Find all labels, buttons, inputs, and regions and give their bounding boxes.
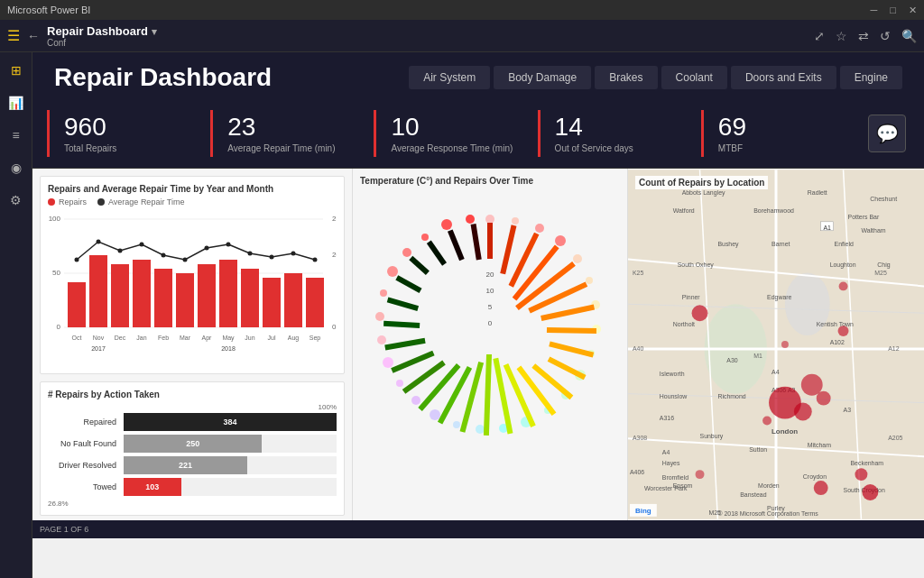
svg-text:Mitcham: Mitcham	[808, 442, 831, 448]
tab-coolant[interactable]: Coolant	[661, 66, 727, 89]
svg-point-30	[270, 254, 274, 259]
legend-label-avg: Average Repair Time	[108, 197, 184, 206]
svg-text:Sutton: Sutton	[749, 446, 767, 453]
svg-rect-84	[548, 356, 587, 380]
svg-text:A4: A4	[662, 449, 670, 455]
svg-point-48	[512, 217, 519, 225]
maximize-button[interactable]: □	[890, 5, 896, 15]
radial-chart-container: 20 10 5 0	[360, 189, 620, 469]
share-icon[interactable]: ⇄	[858, 29, 869, 43]
close-button[interactable]: ✕	[909, 5, 917, 16]
action-bar-container-repaired: 384	[124, 413, 337, 431]
action-chart-title: # Repairs by Action Taken	[48, 390, 337, 399]
svg-text:Chig: Chig	[877, 261, 890, 268]
svg-text:May: May	[222, 335, 235, 342]
kpi-value-1: 23	[227, 114, 359, 142]
svg-rect-12	[133, 260, 151, 327]
svg-text:A4: A4	[772, 369, 780, 375]
svg-text:Borehamwood: Borehamwood	[753, 207, 794, 214]
nav-tabs: Air System Body Damage Brakes Coolant Do…	[409, 66, 902, 89]
svg-text:A316: A316	[660, 415, 674, 421]
svg-text:Jun: Jun	[245, 335, 254, 341]
svg-text:Jul: Jul	[268, 335, 276, 341]
svg-text:Croydon: Croydon	[803, 473, 827, 481]
action-bar-container-towed: 103	[124, 478, 337, 496]
hamburger-icon[interactable]: ☰	[7, 27, 20, 44]
app-title-group: Repair Dashboard ▾ Conf	[47, 24, 807, 48]
tab-brakes[interactable]: Brakes	[595, 66, 657, 89]
svg-rect-98	[395, 275, 421, 293]
svg-point-24	[140, 242, 144, 246]
action-bar-driver: 221	[124, 456, 247, 474]
svg-text:Mar: Mar	[180, 335, 191, 341]
sidebar-icon-format[interactable]: ⚙	[5, 189, 27, 211]
svg-text:Sep: Sep	[310, 335, 321, 342]
svg-text:M25: M25	[874, 270, 887, 276]
svg-text:A406: A406	[630, 469, 644, 475]
svg-text:A102: A102	[830, 339, 845, 345]
refresh-icon[interactable]: ↺	[880, 29, 891, 43]
dashboard-title: Repair Dashboard	[54, 63, 394, 92]
action-bar-nofault: 250	[124, 435, 262, 453]
tab-engine[interactable]: Engine	[840, 66, 902, 89]
svg-text:Isleworth: Isleworth	[660, 371, 685, 377]
svg-text:20: 20	[332, 251, 337, 259]
sidebar: ⊞ 📊 ≡ ◉ ⚙	[0, 52, 32, 578]
svg-point-27	[205, 245, 209, 250]
svg-rect-101	[448, 229, 465, 261]
layout: ⊞ 📊 ≡ ◉ ⚙ Repair Dashboard Air System Bo…	[0, 52, 924, 578]
svg-rect-99	[409, 256, 430, 275]
tab-body-damage[interactable]: Body Damage	[494, 66, 591, 89]
sidebar-icon-table[interactable]: ≡	[5, 124, 27, 146]
svg-point-21	[75, 257, 79, 261]
kpi-avg-response: 10 Average Response Time (min)	[374, 110, 537, 157]
search-icon[interactable]: 🔍	[901, 29, 917, 43]
expand-icon[interactable]: ⤢	[814, 29, 825, 43]
svg-text:Radlett: Radlett	[808, 189, 827, 196]
svg-text:Dec: Dec	[115, 335, 126, 341]
app-title: Repair Dashboard ▾	[47, 24, 807, 38]
tab-air-system[interactable]: Air System	[409, 66, 490, 89]
title-bar-label: Microsoft Power BI	[7, 5, 90, 15]
svg-point-50	[555, 235, 566, 246]
kpi-label-3: Out of Service days	[555, 143, 687, 153]
svg-text:Worcester Park: Worcester Park	[644, 485, 688, 491]
sidebar-icon-chart[interactable]: 📊	[5, 92, 27, 114]
svg-point-25	[162, 252, 166, 257]
map-title: Count of Repairs by Location	[635, 176, 768, 189]
svg-text:A30: A30	[726, 357, 737, 363]
chat-button[interactable]: 💬	[868, 115, 906, 152]
tab-doors-exits[interactable]: Doors and Exits	[731, 66, 836, 89]
svg-point-181	[762, 416, 772, 425]
legend-label-repairs: Repairs	[59, 197, 87, 206]
svg-point-74	[466, 215, 475, 224]
svg-rect-14	[176, 273, 194, 327]
svg-point-29	[248, 251, 253, 255]
svg-text:Morden: Morden	[758, 482, 780, 489]
svg-point-70	[387, 266, 398, 277]
svg-text:Watford: Watford	[673, 207, 695, 214]
app-bar: ☰ ← Repair Dashboard ▾ Conf ⤢ ☆ ⇄ ↺ 🔍	[0, 20, 924, 52]
svg-rect-17	[241, 269, 259, 327]
bottom-pct-label: 26.8%	[48, 500, 69, 508]
bar-chart-svg: 100 50 0 25 20 0	[48, 210, 337, 354]
bookmark-icon[interactable]: ☆	[836, 29, 847, 43]
kpi-out-of-service: 14 Out of Service days	[538, 110, 701, 157]
sidebar-icon-home[interactable]: ⊞	[5, 60, 27, 81]
app-bar-actions: ⤢ ☆ ⇄ ↺ 🔍	[814, 29, 917, 43]
svg-rect-83	[549, 341, 594, 357]
minimize-button[interactable]: ─	[871, 5, 878, 15]
svg-point-72	[421, 234, 429, 241]
svg-text:Aug: Aug	[288, 335, 300, 342]
svg-point-31	[291, 251, 296, 255]
svg-text:Richmond: Richmond	[717, 392, 745, 399]
svg-point-22	[97, 239, 101, 243]
svg-rect-94	[391, 351, 434, 373]
action-bar-repaired: 384	[124, 413, 337, 431]
svg-text:Bing: Bing	[635, 507, 651, 515]
svg-text:Hounslow: Hounslow	[660, 392, 688, 399]
back-icon[interactable]: ←	[27, 29, 40, 43]
svg-point-174	[838, 326, 849, 336]
map-container: Count of Repairs by Location	[628, 169, 924, 520]
sidebar-icon-eye[interactable]: ◉	[5, 157, 27, 179]
